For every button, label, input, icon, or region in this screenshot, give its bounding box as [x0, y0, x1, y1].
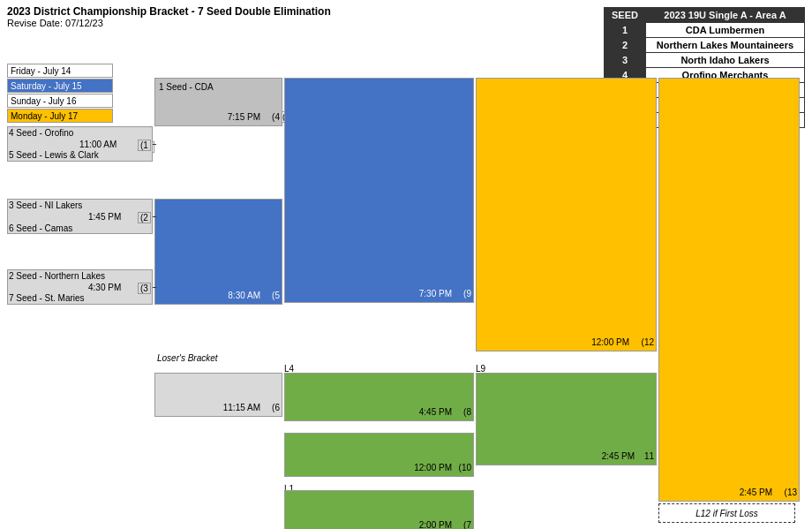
seed-num-1: 1 [605, 23, 646, 38]
game8-time: 4:45 PM [419, 407, 452, 417]
game10-box: 12:00 PM (10 [284, 433, 474, 477]
game13-time: 2:45 PM [740, 487, 772, 497]
game8-num: (8 [463, 407, 471, 417]
game13-box: 2:45 PM (13 [658, 78, 800, 502]
connector-line-3 [153, 287, 156, 288]
game1-team2-label: 5 Seed - Lewis & Clark [9, 150, 99, 160]
connector-line-1 [153, 144, 156, 145]
game4-time: 7:15 PM [228, 112, 260, 122]
game9-game-num: (9 [463, 289, 471, 299]
if-first-loss-box: L12 if First Loss [658, 503, 795, 523]
game9-time: 7:30 PM [419, 289, 452, 299]
game1-time-label: 11:00 AM [79, 140, 117, 149]
game6-time: 11:15 AM [223, 403, 260, 412]
game10-num: (10 [459, 463, 471, 472]
game12-game-num: (12 [642, 337, 654, 347]
game2-time-label: 1:45 PM [88, 212, 121, 222]
game5-game-num: (5 [272, 291, 280, 300]
game7-num: (7 [463, 520, 471, 529]
game3-time-label: 4:30 PM [88, 283, 121, 292]
game7-box: 2:00 PM (7 [284, 490, 474, 529]
game7-time: 2:00 PM [419, 520, 452, 529]
game11-time: 2:45 PM [602, 451, 635, 461]
game5-time: 8:30 AM [228, 291, 260, 300]
seed-team-1: CDA Lumbermen [646, 23, 805, 38]
game4-top-box: 1 Seed - CDA 7:15 PM (4 [154, 78, 282, 126]
area-header: 2023 19U Single A - Area A [646, 8, 805, 23]
game10-time: 12:00 PM [414, 463, 452, 472]
game1-team1-label: 4 Seed - Orofino [9, 128, 73, 138]
game11-box: 2:45 PM 11 [476, 373, 657, 465]
game4-game-num: (4 [272, 112, 280, 122]
game3-team2-label: 7 Seed - St. Maries [9, 293, 85, 303]
game3-num-label: (3 [138, 283, 151, 294]
game9-box: 7:30 PM (9 [284, 78, 474, 303]
game8-box: 4:45 PM (8 [284, 373, 474, 421]
game11-num: 11 [644, 451, 654, 461]
seed-team-2: Northern Lakes Mountaineers [646, 38, 805, 53]
game2-num-label: (2 [138, 212, 151, 223]
seed-col-header: SEED [605, 8, 646, 23]
game1-num-label: (1 [138, 140, 151, 151]
seed-num-2: 2 [605, 38, 646, 53]
game3-team1-label: 2 Seed - Northern Lakes [9, 271, 105, 281]
bracket-area: 1 Seed - CDA 7:15 PM (4 4 Seed - Orofino… [0, 53, 812, 529]
losers-bracket-label: Loser's Bracket [157, 353, 218, 363]
game4-seed1: 1 Seed - CDA [159, 82, 214, 92]
game12-time: 12:00 PM [591, 337, 629, 347]
game6-box: 11:15 AM (6 [154, 373, 282, 417]
game12-box: 12:00 PM (12 [476, 78, 657, 351]
game2-team1-label: 3 Seed - NI Lakers [9, 200, 82, 210]
game2-team2-label: 6 Seed - Camas [9, 223, 72, 233]
game13-game-num: (13 [785, 487, 797, 497]
game6-num: (6 [272, 403, 280, 412]
connector-line-2 [153, 216, 156, 217]
game5-box: 8:30 AM (5 [154, 199, 282, 305]
